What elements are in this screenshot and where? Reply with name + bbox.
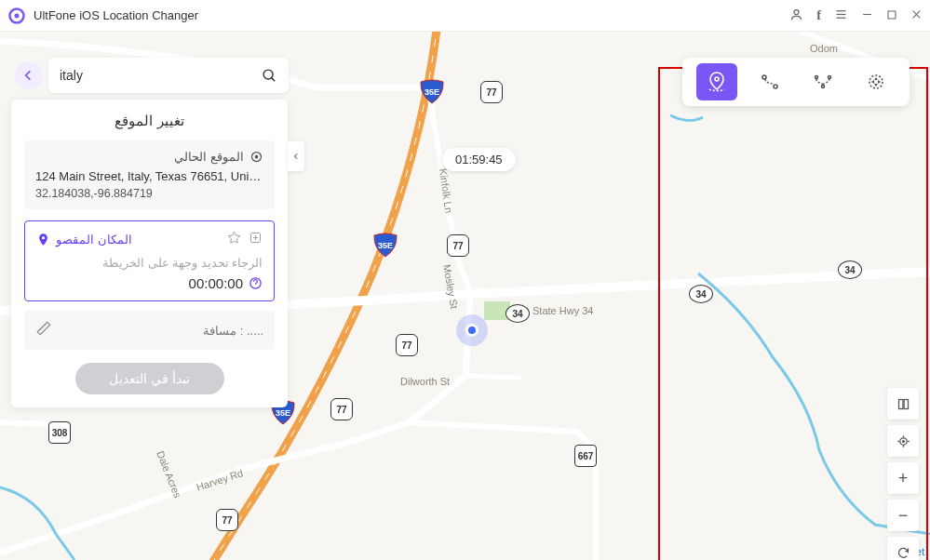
- svg-point-26: [821, 86, 824, 88]
- panel-title: تغيير الموقع: [24, 113, 275, 129]
- road-label: State Hwy 34: [532, 305, 593, 316]
- favorite-icon[interactable]: [227, 231, 241, 248]
- maximize-button[interactable]: [886, 9, 897, 22]
- svg-point-22: [715, 77, 719, 81]
- svg-point-32: [902, 440, 904, 442]
- window-controls: f: [789, 7, 923, 23]
- mode-teleport[interactable]: [696, 63, 737, 100]
- help-icon[interactable]: [249, 276, 263, 290]
- interstate-shield-icon: 35E: [419, 78, 445, 104]
- current-location-marker: [456, 314, 488, 346]
- svg-text:35E: 35E: [276, 408, 290, 418]
- search-button[interactable]: [253, 61, 285, 89]
- recenter-button[interactable]: [887, 425, 919, 457]
- current-location-card: الموقع الحالي 124 Main Street, Italy, Te…: [24, 140, 275, 209]
- app-logo-icon: [7, 7, 26, 25]
- us-route-shield-icon: 77: [396, 334, 418, 356]
- us-route-shield-icon: 77: [447, 234, 469, 257]
- destination-timer: 00:00:00: [189, 275, 243, 291]
- destination-card: المكان المقصو الرجاء تحديد وجهة على الخر…: [24, 220, 275, 301]
- close-button[interactable]: [910, 8, 923, 22]
- titlebar: UltFone iOS Location Changer f: [0, 0, 930, 32]
- panel-collapse-button[interactable]: [288, 141, 304, 171]
- account-icon[interactable]: [789, 7, 803, 23]
- svg-point-25: [815, 76, 817, 79]
- svg-point-27: [828, 76, 830, 79]
- svg-text:35E: 35E: [378, 241, 393, 250]
- svg-line-16: [271, 77, 275, 81]
- target-icon: [249, 150, 263, 164]
- us-route-shield-icon: 77: [330, 398, 353, 420]
- map-side-tools: + −: [887, 388, 919, 560]
- back-button[interactable]: [15, 61, 43, 89]
- destination-hint: الرجاء تحديد وجهة على الخريطة: [36, 256, 263, 270]
- fm-route-shield-icon: 667: [574, 445, 597, 467]
- mode-joystick[interactable]: [856, 63, 896, 100]
- minimize-button[interactable]: [861, 8, 873, 22]
- zoom-out-button[interactable]: −: [887, 500, 919, 531]
- pin-icon: [36, 233, 50, 247]
- road-label: Dilworth St: [400, 376, 450, 387]
- svg-rect-29: [898, 399, 902, 408]
- app-title: UltFone iOS Location Changer: [34, 8, 789, 22]
- start-modify-button[interactable]: تبدأ في التعديل: [75, 363, 224, 394]
- reset-rotation-button[interactable]: [887, 537, 919, 560]
- road-label: Odom: [810, 43, 838, 54]
- search-box: [48, 58, 289, 93]
- svg-point-1: [15, 13, 20, 18]
- ruler-icon: [35, 320, 52, 340]
- bookmark-icon[interactable]: [249, 231, 263, 248]
- state-route-shield-icon: 34: [505, 304, 530, 323]
- fm-route-shield-icon: 308: [48, 421, 71, 444]
- search-input[interactable]: [60, 68, 253, 83]
- time-badge: 01:59:45: [442, 148, 516, 171]
- us-route-shield-icon: 77: [216, 509, 238, 531]
- state-route-shield-icon: 34: [689, 285, 713, 303]
- svg-rect-30: [904, 399, 908, 408]
- svg-point-24: [774, 85, 777, 88]
- zoom-in-button[interactable]: +: [887, 462, 919, 494]
- mode-toolbar: [682, 58, 910, 106]
- state-route-shield-icon: 34: [838, 260, 862, 279]
- current-location-label: الموقع الحالي: [174, 150, 244, 164]
- current-coordinates: 32.184038,-96.884719: [35, 187, 263, 200]
- facebook-icon[interactable]: f: [816, 9, 821, 22]
- interstate-shield-icon: 35E: [372, 232, 398, 258]
- fullscreen-button[interactable]: [887, 388, 919, 420]
- distance-row: مسافة : .....: [24, 311, 275, 350]
- location-panel: تغيير الموقع الموقع الحالي 124 Main Stre…: [11, 100, 288, 407]
- svg-point-2: [794, 10, 799, 15]
- svg-point-18: [255, 155, 258, 158]
- current-address: 124 Main Street, Italy, Texas 76651, Uni…: [35, 169, 263, 183]
- svg-rect-7: [888, 11, 896, 19]
- mode-multi-spot[interactable]: [802, 63, 843, 100]
- svg-text:35E: 35E: [425, 87, 439, 97]
- svg-point-15: [263, 70, 273, 79]
- us-route-shield-icon: 77: [480, 81, 503, 103]
- svg-point-19: [42, 236, 45, 239]
- svg-point-23: [762, 75, 766, 79]
- mode-two-spot[interactable]: [749, 63, 790, 100]
- distance-label: مسافة : .....: [203, 324, 263, 338]
- destination-label: المكان المقصو: [56, 233, 132, 247]
- menu-icon[interactable]: [834, 7, 848, 23]
